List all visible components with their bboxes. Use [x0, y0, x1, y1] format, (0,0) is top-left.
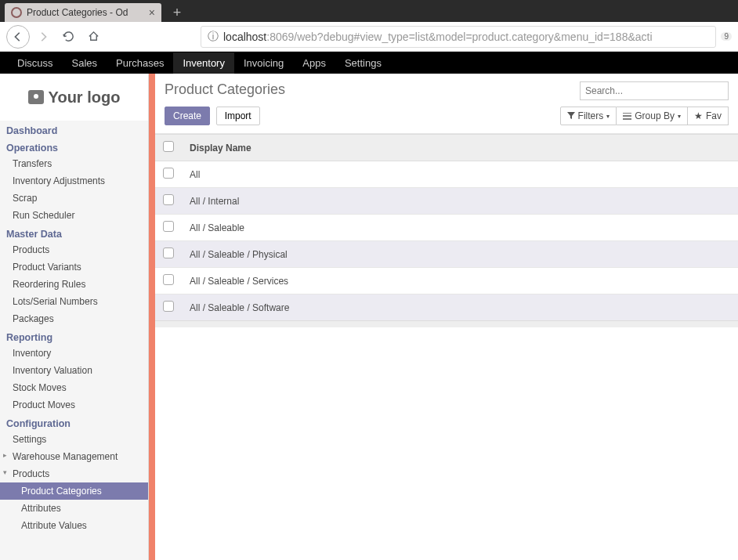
filters-button[interactable]: Filters ▾	[560, 107, 617, 125]
close-icon[interactable]: ×	[149, 6, 155, 19]
create-button[interactable]: Create	[165, 107, 210, 125]
side-section-configuration[interactable]: Configuration	[0, 414, 148, 431]
reload-button[interactable]	[56, 25, 80, 49]
chevron-down-icon: ▾	[606, 113, 610, 120]
select-all-checkbox[interactable]	[163, 141, 174, 152]
browser-tab-strip: Product Categories - Od × +	[0, 0, 738, 22]
topmenu-settings[interactable]: Settings	[335, 52, 391, 74]
side-item-product-variants[interactable]: Product Variants	[0, 258, 148, 276]
column-display-name[interactable]: Display Name	[182, 135, 738, 161]
side-item-attribute-values[interactable]: Attribute Values	[0, 517, 148, 534]
groupby-button[interactable]: Group By ▾	[617, 107, 688, 125]
side-item-products[interactable]: ▾Products	[0, 465, 148, 482]
search-toolbar: Filters ▾ Group By ▾ ★ Fav	[560, 107, 729, 125]
side-item-settings[interactable]: Settings	[0, 431, 148, 448]
table-row[interactable]: All / Saleable / Software	[155, 294, 738, 321]
home-button[interactable]	[81, 25, 105, 49]
favorites-label: Fav	[706, 110, 722, 121]
browser-tab[interactable]: Product Categories - Od ×	[5, 3, 161, 22]
groupby-label: Group By	[635, 110, 675, 121]
main-content: Product Categories Create Import Filters…	[155, 74, 738, 560]
url-host: localhost	[223, 31, 266, 43]
search-input[interactable]	[580, 81, 729, 100]
side-section-reporting[interactable]: Reporting	[0, 327, 148, 345]
row-checkbox[interactable]	[163, 274, 174, 285]
topmenu-discuss[interactable]: Discuss	[8, 52, 63, 74]
side-item-lots-serial-numbers[interactable]: Lots/Serial Numbers	[0, 293, 148, 310]
side-item-inventory[interactable]: Inventory	[0, 345, 148, 362]
table-row[interactable]: All	[155, 161, 738, 188]
cell-display-name: All / Saleable / Physical	[182, 241, 738, 268]
side-section-master-data[interactable]: Master Data	[0, 224, 148, 241]
accent-strip	[149, 74, 155, 560]
back-button[interactable]	[6, 25, 30, 49]
list-icon	[623, 113, 631, 120]
caret-icon: ▸	[3, 451, 7, 459]
side-section-dashboard[interactable]: Dashboard	[0, 121, 148, 138]
row-checkbox[interactable]	[163, 168, 174, 179]
row-checkbox[interactable]	[163, 301, 174, 312]
logo-area[interactable]: Your logo	[0, 74, 148, 121]
favorites-button[interactable]: ★ Fav	[688, 107, 729, 125]
side-item-stock-moves[interactable]: Stock Moves	[0, 379, 148, 396]
side-item-inventory-valuation[interactable]: Inventory Valuation	[0, 362, 148, 379]
url-bar[interactable]: ⓘ localhost :8069/web?debug#view_type=li…	[201, 26, 716, 48]
side-item-product-moves[interactable]: Product Moves	[0, 396, 148, 414]
side-item-transfers[interactable]: Transfers	[0, 155, 148, 172]
new-tab-button[interactable]: +	[166, 4, 188, 21]
filter-icon	[567, 112, 575, 120]
page-title: Product Categories	[165, 81, 285, 98]
sidebar: Your logo DashboardOperationsTransfersIn…	[0, 74, 149, 560]
top-menu: DiscussSalesPurchasesInventoryInvoicingA…	[0, 52, 738, 74]
side-item-packages[interactable]: Packages	[0, 310, 148, 327]
table-row[interactable]: All / Internal	[155, 188, 738, 215]
cell-display-name: All / Saleable	[182, 215, 738, 241]
topmenu-invoicing[interactable]: Invoicing	[234, 52, 293, 74]
topmenu-inventory[interactable]: Inventory	[173, 52, 233, 74]
row-checkbox[interactable]	[163, 247, 174, 258]
side-item-warehouse-management[interactable]: ▸Warehouse Management	[0, 448, 148, 465]
table-row[interactable]: All / Saleable	[155, 215, 738, 241]
camera-icon	[28, 90, 44, 104]
side-item-inventory-adjustments[interactable]: Inventory Adjustments	[0, 172, 148, 190]
import-button[interactable]: Import	[216, 107, 260, 125]
table-row[interactable]: All / Saleable / Physical	[155, 241, 738, 268]
info-icon: ⓘ	[208, 30, 219, 44]
caret-icon: ▾	[3, 468, 7, 476]
side-item-products[interactable]: Products	[0, 241, 148, 258]
cell-display-name: All / Saleable / Software	[182, 294, 738, 321]
row-checkbox[interactable]	[163, 194, 174, 205]
filters-label: Filters	[578, 110, 604, 121]
chevron-down-icon: ▾	[678, 113, 681, 120]
side-item-reordering-rules[interactable]: Reordering Rules	[0, 276, 148, 293]
side-item-run-scheduler[interactable]: Run Scheduler	[0, 207, 148, 224]
side-section-operations[interactable]: Operations	[0, 138, 148, 155]
browser-toolbar: ⓘ localhost :8069/web?debug#view_type=li…	[0, 22, 738, 52]
side-item-attributes[interactable]: Attributes	[0, 500, 148, 517]
cell-display-name: All / Internal	[182, 188, 738, 215]
category-table: Display Name AllAll / InternalAll / Sale…	[155, 134, 738, 327]
url-path: :8069/web?debug#view_type=list&model=pro…	[266, 31, 652, 43]
control-panel: Product Categories Create Import Filters…	[155, 74, 738, 134]
star-icon: ★	[694, 110, 703, 121]
topmenu-apps[interactable]: Apps	[293, 52, 335, 74]
forward-button[interactable]	[31, 25, 55, 49]
tab-title: Product Categories - Od	[27, 7, 149, 18]
table-row[interactable]: All / Saleable / Services	[155, 268, 738, 294]
side-item-product-categories[interactable]: Product Categories	[0, 482, 148, 500]
topmenu-sales[interactable]: Sales	[63, 52, 107, 74]
topmenu-purchases[interactable]: Purchases	[107, 52, 173, 74]
cell-display-name: All	[182, 161, 738, 188]
url-badge: 9	[721, 32, 732, 41]
logo-text: Your logo	[49, 89, 121, 107]
tab-favicon	[11, 7, 22, 18]
side-item-scrap[interactable]: Scrap	[0, 190, 148, 207]
row-checkbox[interactable]	[163, 221, 174, 232]
cell-display-name: All / Saleable / Services	[182, 268, 738, 294]
